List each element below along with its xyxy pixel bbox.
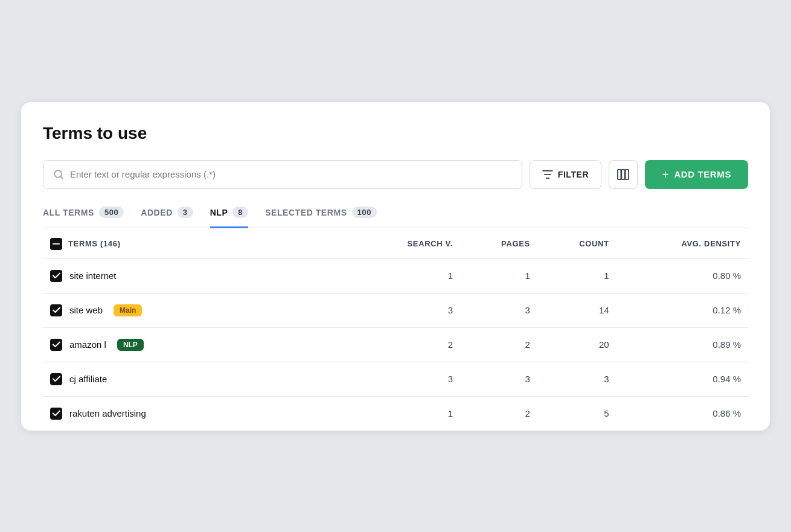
row-checkbox[interactable] bbox=[50, 339, 62, 351]
term-name: site web bbox=[69, 305, 103, 315]
term-cell: rakuten advertising bbox=[43, 396, 353, 431]
svg-rect-3 bbox=[626, 169, 629, 179]
cell-pages: 2 bbox=[460, 396, 537, 431]
cell-search_v: 1 bbox=[353, 396, 460, 431]
row-checkbox[interactable] bbox=[50, 270, 62, 282]
cell-count: 20 bbox=[537, 327, 616, 362]
cell-count: 14 bbox=[537, 293, 616, 327]
page-title: Terms to use bbox=[43, 124, 748, 143]
term-name: site internet bbox=[69, 271, 117, 281]
tag-nlp: NLP bbox=[117, 339, 144, 351]
term-cell: site internet bbox=[43, 258, 353, 293]
toolbar: FILTER + ADD TERMS bbox=[43, 160, 748, 189]
row-checkbox[interactable] bbox=[50, 408, 62, 420]
cell-avg_density: 0.80 % bbox=[616, 258, 748, 293]
main-card: Terms to use FILTER + bbox=[21, 102, 770, 431]
tabs-bar: ALL TERMS500ADDED3NLP8SELECTED TERMS100 bbox=[43, 206, 748, 228]
cell-search_v: 3 bbox=[353, 362, 460, 396]
tab-label-all: ALL TERMS bbox=[43, 208, 94, 217]
search-input[interactable] bbox=[70, 169, 512, 179]
tab-selected[interactable]: SELECTED TERMS100 bbox=[265, 207, 377, 228]
columns-icon bbox=[617, 169, 629, 180]
term-name: amazon l bbox=[69, 339, 106, 350]
tab-all[interactable]: ALL TERMS500 bbox=[43, 207, 124, 228]
svg-rect-4 bbox=[53, 243, 60, 245]
term-cell: site web Main bbox=[43, 293, 353, 327]
col-header-count: COUNT bbox=[537, 228, 616, 259]
search-box bbox=[43, 160, 522, 189]
tab-badge-added: 3 bbox=[178, 207, 193, 218]
cell-search_v: 1 bbox=[353, 258, 460, 293]
cell-count: 1 bbox=[537, 258, 616, 293]
tab-badge-nlp: 8 bbox=[232, 207, 248, 218]
row-checkbox[interactable] bbox=[50, 373, 62, 385]
cell-avg_density: 0.94 % bbox=[616, 362, 748, 396]
col-header-term: TERMS (146) bbox=[43, 228, 353, 259]
svg-rect-2 bbox=[621, 169, 624, 179]
cell-avg_density: 0.12 % bbox=[616, 293, 748, 327]
terms-table: TERMS (146) SEARCH V.PAGESCOUNTAVG. DENS… bbox=[43, 228, 748, 431]
svg-rect-1 bbox=[618, 169, 621, 179]
cell-count: 5 bbox=[537, 396, 616, 431]
cell-avg_density: 0.86 % bbox=[616, 396, 748, 431]
tab-label-selected: SELECTED TERMS bbox=[265, 208, 347, 217]
cell-pages: 2 bbox=[460, 327, 537, 362]
cell-search_v: 3 bbox=[353, 293, 460, 327]
select-all-checkbox[interactable] bbox=[50, 238, 62, 250]
term-cell: cj affiliate bbox=[43, 362, 353, 396]
col-header-search_v: SEARCH V. bbox=[353, 228, 460, 259]
cell-pages: 1 bbox=[460, 258, 537, 293]
table-row: amazon l NLP 22200.89 % bbox=[43, 327, 748, 362]
cell-count: 3 bbox=[537, 362, 616, 396]
cell-avg_density: 0.89 % bbox=[616, 327, 748, 362]
row-checkbox[interactable] bbox=[50, 304, 62, 316]
tab-badge-all: 500 bbox=[99, 207, 124, 218]
table-row: rakuten advertising 1250.86 % bbox=[43, 396, 748, 431]
col-header-pages: PAGES bbox=[460, 228, 537, 259]
tab-label-added: ADDED bbox=[141, 208, 173, 217]
term-cell: amazon l NLP bbox=[43, 327, 353, 362]
tab-label-nlp: NLP bbox=[210, 208, 228, 217]
filter-button[interactable]: FILTER bbox=[530, 160, 601, 189]
table-row: site internet 1110.80 % bbox=[43, 258, 748, 293]
filter-icon bbox=[542, 170, 553, 179]
cell-search_v: 2 bbox=[353, 327, 460, 362]
search-icon bbox=[53, 169, 64, 180]
tab-added[interactable]: ADDED3 bbox=[141, 207, 193, 228]
add-terms-button[interactable]: + ADD TERMS bbox=[645, 160, 748, 189]
tag-main: Main bbox=[114, 304, 142, 316]
cell-pages: 3 bbox=[460, 293, 537, 327]
tab-badge-selected: 100 bbox=[352, 207, 377, 218]
table-row: site web Main 33140.12 % bbox=[43, 293, 748, 327]
term-name: cj affiliate bbox=[69, 374, 107, 384]
table-row: cj affiliate 3330.94 % bbox=[43, 362, 748, 396]
cell-pages: 3 bbox=[460, 362, 537, 396]
term-name: rakuten advertising bbox=[69, 408, 146, 418]
columns-button[interactable] bbox=[609, 160, 638, 189]
tab-nlp[interactable]: NLP8 bbox=[210, 207, 248, 228]
col-header-avg_density: AVG. DENSITY bbox=[616, 228, 748, 259]
terms-table-wrap: TERMS (146) SEARCH V.PAGESCOUNTAVG. DENS… bbox=[43, 228, 748, 431]
